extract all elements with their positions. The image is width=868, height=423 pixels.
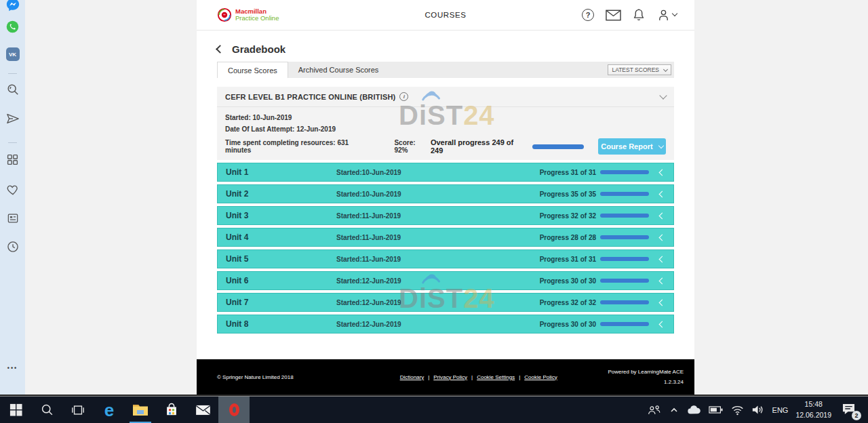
macmillan-logo-icon <box>217 7 232 22</box>
page-title: Gradebook <box>232 43 285 55</box>
unit-name: Unit 4 <box>226 233 336 242</box>
chevron-left-icon[interactable] <box>659 234 666 241</box>
unit-started: Started:12-Jun-2019 <box>336 299 540 306</box>
chevron-left-icon[interactable] <box>659 256 666 262</box>
chevron-left-icon[interactable] <box>659 190 666 197</box>
sidebar-divider <box>8 142 17 143</box>
volume-icon[interactable] <box>751 404 765 416</box>
info-icon[interactable]: i <box>399 92 408 101</box>
account-menu[interactable] <box>656 8 677 22</box>
more-icon[interactable]: ••• <box>0 365 25 371</box>
heart-icon[interactable] <box>0 183 25 197</box>
footer-separator: | <box>471 374 473 380</box>
course-report-label: Course Report <box>601 142 652 150</box>
mail-app-icon[interactable] <box>187 397 218 423</box>
tab-archived-course-scores[interactable]: Archived Course Scores <box>288 62 389 78</box>
clock-date[interactable]: 15:48 12.06.2019 <box>795 399 831 420</box>
unit-name: Unit 7 <box>226 298 336 307</box>
action-center-icon[interactable]: 2 <box>842 403 856 418</box>
task-view-icon[interactable] <box>62 397 94 423</box>
vk-icon[interactable]: VK <box>0 47 25 61</box>
unit-row[interactable]: Unit 8 Started:12-Jun-2019 Progress 30 o… <box>217 315 674 334</box>
help-icon[interactable]: ? <box>582 9 594 21</box>
show-hidden-icons-chevron[interactable] <box>669 406 679 414</box>
unit-started: Started:12-Jun-2019 <box>336 321 540 328</box>
page-content: Macmillan Practice Online COURSES ? Grad… <box>197 0 694 395</box>
unit-progress-bar <box>600 300 649 304</box>
messenger-icon[interactable] <box>0 0 25 12</box>
overall-progress-label: Overall progress 249 of 249 <box>431 138 528 155</box>
taskbar-search-icon[interactable] <box>31 397 62 423</box>
battery-icon[interactable] <box>709 405 724 415</box>
file-explorer-icon[interactable] <box>125 397 156 423</box>
grid-icon[interactable] <box>0 153 25 166</box>
unit-progress-label: Progress 30 of 30 <box>540 277 596 285</box>
logo-line2: Practice Online <box>235 15 279 22</box>
chevron-left-icon[interactable] <box>659 299 666 306</box>
chevron-down-icon <box>658 142 663 148</box>
opera-icon[interactable] <box>218 397 250 423</box>
tab-course-scores[interactable]: Course Scores <box>217 62 288 78</box>
language-indicator[interactable]: ENG <box>772 406 789 414</box>
search-icon[interactable] <box>0 83 25 96</box>
footer-link-privacy-policy[interactable]: Privacy Policy <box>433 374 467 380</box>
back-chevron-icon[interactable] <box>216 45 224 54</box>
course-started: Started: 10-Jun-2019 <box>225 114 666 121</box>
chevron-left-icon[interactable] <box>659 277 666 284</box>
unit-started: Started:11-Jun-2019 <box>336 234 540 241</box>
footer-link-cookie-policy[interactable]: Cookie Policy <box>524 374 557 380</box>
unit-name: Unit 3 <box>226 211 336 220</box>
notification-count-badge: 2 <box>852 411 861 420</box>
course-panel-header[interactable]: CEFR LEVEL B1 PRACTICE ONLINE (BRITISH) … <box>217 87 674 107</box>
unit-name: Unit 6 <box>226 276 336 285</box>
account-person-icon <box>656 8 671 22</box>
course-details: Started: 10-Jun-2019 Date Of Last Attemp… <box>217 107 674 160</box>
chevron-left-icon[interactable] <box>659 212 666 219</box>
chevron-left-icon[interactable] <box>659 321 666 327</box>
store-icon[interactable] <box>156 397 187 423</box>
notifications-bell-icon[interactable] <box>633 8 645 22</box>
start-button[interactable] <box>0 397 31 423</box>
overall-progress-bar <box>532 144 583 149</box>
unit-progress-label: Progress 30 of 30 <box>540 321 596 328</box>
macmillan-logo[interactable]: Macmillan Practice Online <box>217 7 279 22</box>
course-score: Score: 92% <box>394 139 430 154</box>
footer-separator: | <box>428 374 429 380</box>
unit-name: Unit 2 <box>226 189 336 199</box>
edge-icon[interactable]: e <box>94 397 125 423</box>
nav-courses[interactable]: COURSES <box>425 11 466 19</box>
unit-row[interactable]: Unit 4 Started:11-Jun-2019 Progress 28 o… <box>217 228 674 247</box>
unit-started: Started:12-Jun-2019 <box>336 277 540 285</box>
unit-progress-label: Progress 28 of 28 <box>540 234 596 241</box>
unit-row[interactable]: Unit 5 Started:11-Jun-2019 Progress 31 o… <box>217 249 674 268</box>
onedrive-cloud-icon[interactable] <box>686 405 701 415</box>
app-header: Macmillan Practice Online COURSES ? <box>197 0 694 31</box>
course-panel: CEFR LEVEL B1 PRACTICE ONLINE (BRITISH) … <box>217 87 674 160</box>
footer-link-cookie-settings[interactable]: Cookie Settings <box>477 374 515 380</box>
latest-scores-dropdown[interactable]: LATEST SCORES <box>608 64 671 75</box>
unit-row[interactable]: Unit 2 Started:10-Jun-2019 Progress 35 o… <box>217 184 674 203</box>
chevron-left-icon[interactable] <box>659 169 666 176</box>
course-last-attempt: Date Of Last Attempt: 12-Jun-2019 <box>225 125 666 133</box>
unit-row[interactable]: Unit 1 Started:10-Jun-2019 Progress 31 o… <box>217 163 674 182</box>
whatsapp-icon[interactable] <box>0 20 25 34</box>
send-icon[interactable] <box>0 113 25 126</box>
unit-row[interactable]: Unit 7 Started:12-Jun-2019 Progress 32 o… <box>217 293 674 312</box>
news-icon[interactable] <box>0 212 25 225</box>
unit-row[interactable]: Unit 6 Started:12-Jun-2019 Progress 30 o… <box>217 271 674 290</box>
copyright: © Springer Nature Limited 2018 <box>217 374 349 380</box>
unit-progress-label: Progress 32 of 32 <box>540 212 596 220</box>
wifi-icon[interactable] <box>731 405 744 416</box>
powered-by: Powered by LearningMate ACE <box>608 367 684 377</box>
unit-progress-label: Progress 31 of 31 <box>540 256 596 263</box>
history-clock-icon[interactable] <box>0 240 25 254</box>
windows-taskbar: e ENG 15:48 12.06.2019 2 <box>0 396 868 423</box>
tab-bar: Course Scores Archived Course Scores LAT… <box>217 62 674 78</box>
people-icon[interactable] <box>647 404 662 416</box>
footer-link-dictionary[interactable]: Dictionary <box>400 374 425 380</box>
chevron-down-icon[interactable] <box>659 92 667 99</box>
course-report-button[interactable]: Course Report <box>598 138 666 155</box>
mail-icon[interactable] <box>606 9 621 21</box>
unit-row[interactable]: Unit 3 Started:11-Jun-2019 Progress 32 o… <box>217 206 674 225</box>
unit-name: Unit 8 <box>226 319 336 329</box>
